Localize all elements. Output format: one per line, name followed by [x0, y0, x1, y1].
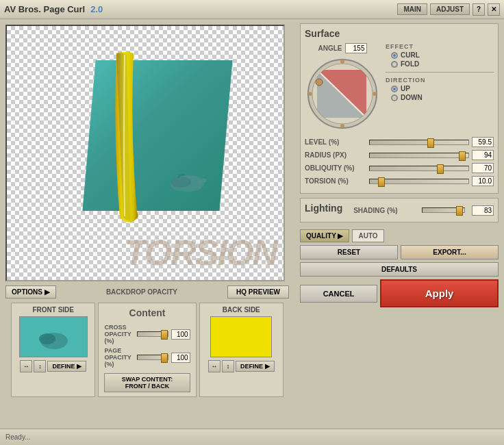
down-radio[interactable] — [391, 94, 398, 101]
divider-1 — [386, 72, 494, 73]
back-flip-h-button[interactable]: ↔ — [208, 360, 220, 372]
back-define-button[interactable]: DEFINE ▶ — [236, 361, 275, 372]
surface-top: ANGLE 155 — [305, 43, 494, 131]
level-thumb[interactable] — [427, 138, 434, 148]
title-bar-left: AV Bros. Page Curl 2.0 — [4, 4, 103, 14]
help-button[interactable]: ? — [473, 3, 485, 16]
right-panel: Surface ANGLE 155 — [294, 19, 504, 429]
left-panel: torSION OPTIONS ▶ BACKDROP OPACITY HQ PR… — [0, 19, 294, 429]
adjust-button[interactable]: ADJUST — [430, 3, 470, 15]
radius-value: 94 — [472, 150, 494, 160]
reset-defaults-row: RESET EXPORT... — [300, 245, 499, 259]
curl-shape — [110, 47, 164, 225]
export-button[interactable]: EXPORT... — [401, 245, 499, 259]
radius-thumb[interactable] — [459, 151, 466, 161]
hq-preview-button[interactable]: HQ PREVIEW — [227, 285, 289, 298]
defaults-row: DEFAULTS — [300, 262, 499, 277]
apply-button[interactable]: Apply — [380, 279, 499, 307]
content-title: Content — [104, 307, 190, 318]
preview-controls: OPTIONS ▶ BACKDROP OPACITY HQ PREVIEW — [5, 285, 289, 298]
bottom-section: FRONT SIDE ↔ ↕ DEFINE ▶ Content — [5, 303, 289, 400]
front-thumbnail — [19, 316, 88, 357]
up-label: UP — [401, 85, 410, 92]
front-flip-h-button[interactable]: ↔ — [20, 360, 32, 372]
torsion-row: TORSION (%) 10.0 — [305, 176, 494, 186]
level-slider[interactable] — [369, 140, 469, 145]
torsion-value: 10.0 — [472, 176, 494, 186]
cross-opacity-value: 100 — [171, 329, 190, 340]
slider-section: LEVEL (%) 59.5 RADIUS (PX) 94 OBLIQUITY … — [305, 137, 494, 186]
status-bar: Ready... — [0, 429, 504, 445]
page-opacity-slider[interactable] — [137, 355, 168, 360]
shading-value: 83 — [472, 205, 494, 216]
fold-radio[interactable] — [391, 61, 398, 68]
page-opacity-label: PAGE OPACITY (%) — [104, 347, 134, 368]
effect-label: EFFECT — [386, 43, 494, 50]
up-radio[interactable] — [391, 86, 398, 92]
front-define-button[interactable]: DEFINE ▶ — [47, 361, 86, 372]
options-button[interactable]: OPTIONS ▶ — [5, 285, 56, 298]
obliquity-thumb[interactable] — [437, 164, 444, 174]
swap-content-button[interactable]: SWAP CONTENT: FRONT / BACK — [104, 373, 190, 392]
curl-radio[interactable] — [391, 52, 398, 59]
shading-label: SHADING (%) — [353, 207, 415, 214]
angle-row: ANGLE 155 — [318, 43, 367, 53]
radius-slider[interactable] — [369, 153, 469, 158]
reset-button[interactable]: RESET — [300, 245, 398, 259]
title-bar: AV Bros. Page Curl 2.0 MAIN ADJUST ? ✕ — [0, 0, 504, 19]
shading-thumb[interactable] — [456, 206, 463, 216]
level-label: LEVEL (%) — [305, 138, 366, 146]
dolphin-scene — [89, 60, 226, 211]
page-opacity-value: 100 — [171, 353, 190, 363]
torsion-label: TORSION (%) — [305, 177, 366, 185]
dolphin-image — [166, 163, 210, 197]
angle-dial[interactable] — [305, 56, 380, 131]
page-opacity-thumb[interactable] — [161, 353, 168, 363]
torsion-thumb[interactable] — [378, 177, 385, 187]
front-flip-v-button[interactable]: ↕ — [34, 360, 46, 372]
dial-container[interactable] — [305, 56, 380, 131]
direction-label: DIRECTION — [386, 77, 494, 84]
cancel-button[interactable]: CANCEL — [300, 285, 377, 303]
obliquity-label: OBLIQUITY (%) — [305, 164, 366, 172]
auto-display: AUTO — [352, 229, 383, 242]
surface-title: Surface — [305, 28, 494, 39]
surface-section: Surface ANGLE 155 — [300, 23, 499, 194]
curl-label: CURL — [401, 51, 420, 59]
quality-button[interactable]: QUALITY ▶ — [300, 229, 349, 242]
action-section: QUALITY ▶ AUTO RESET EXPORT... DEFAULTS … — [300, 227, 499, 310]
torsion-slider[interactable] — [369, 179, 469, 184]
svg-point-13 — [316, 79, 323, 86]
curl-radio-row: CURL — [391, 51, 494, 59]
obliquity-slider[interactable] — [369, 166, 469, 171]
defaults-button[interactable]: DEFAULTS — [300, 262, 499, 277]
svg-point-10 — [308, 92, 312, 96]
down-label: DOWN — [401, 94, 423, 101]
cross-opacity-row: CROSS OPACITY (%) 100 — [104, 324, 190, 344]
cross-opacity-slider[interactable] — [137, 331, 168, 337]
cancel-apply-row: CANCEL Apply — [300, 279, 499, 307]
front-side-title: FRONT SIDE — [14, 306, 92, 314]
back-flip-v-button[interactable]: ↕ — [222, 360, 234, 372]
content-panel: Content CROSS OPACITY (%) 100 PAGE OPACI… — [98, 303, 196, 397]
svg-point-9 — [340, 124, 344, 128]
page-opacity-row: PAGE OPACITY (%) 100 — [104, 347, 190, 368]
svg-point-7 — [340, 60, 344, 64]
title-bar-right: MAIN ADJUST ? ✕ — [397, 3, 500, 16]
cross-opacity-thumb[interactable] — [161, 330, 168, 340]
main-content: torSION OPTIONS ▶ BACKDROP OPACITY HQ PR… — [0, 19, 504, 429]
up-radio-row: UP — [391, 85, 494, 92]
angle-section: ANGLE 155 — [305, 43, 380, 131]
app-title: AV Bros. Page Curl — [4, 4, 85, 14]
back-controls: ↔ ↕ DEFINE ▶ — [203, 360, 280, 372]
back-thumbnail — [210, 316, 272, 357]
main-button[interactable]: MAIN — [397, 3, 427, 15]
svg-point-4 — [39, 333, 55, 344]
shading-slider[interactable] — [422, 207, 465, 213]
obliquity-row: OBLIQUITY (%) 70 — [305, 163, 494, 173]
angle-label: ANGLE — [318, 44, 342, 52]
cross-opacity-label: CROSS OPACITY (%) — [104, 324, 134, 344]
angle-value: 155 — [345, 43, 367, 53]
close-button[interactable]: ✕ — [488, 3, 500, 16]
down-radio-row: DOWN — [391, 94, 494, 101]
